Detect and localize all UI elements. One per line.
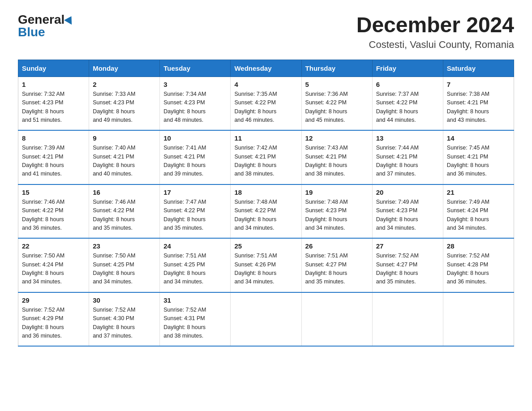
day-info: Sunrise: 7:41 AMSunset: 4:21 PMDaylight:… [163, 144, 227, 179]
day-number: 25 [234, 242, 297, 250]
day-number: 31 [163, 296, 227, 304]
calendar-cell [231, 292, 301, 347]
day-info: Sunrise: 7:37 AMSunset: 4:22 PMDaylight:… [376, 90, 439, 125]
day-number: 21 [447, 188, 510, 196]
calendar-week-row: 8 Sunrise: 7:39 AMSunset: 4:21 PMDayligh… [18, 130, 514, 184]
calendar-cell: 23 Sunrise: 7:50 AMSunset: 4:25 PMDaylig… [89, 238, 160, 292]
day-info: Sunrise: 7:52 AMSunset: 4:30 PMDaylight:… [93, 306, 156, 341]
calendar-week-row: 1 Sunrise: 7:32 AMSunset: 4:23 PMDayligh… [18, 77, 514, 130]
day-number: 10 [163, 134, 227, 142]
day-info: Sunrise: 7:44 AMSunset: 4:21 PMDaylight:… [376, 144, 439, 179]
day-info: Sunrise: 7:52 AMSunset: 4:28 PMDaylight:… [447, 252, 510, 287]
day-number: 3 [163, 81, 227, 88]
day-number: 9 [93, 134, 156, 142]
day-number: 14 [447, 134, 510, 142]
day-number: 17 [163, 188, 227, 196]
logo-arrow-icon [64, 15, 74, 25]
day-info: Sunrise: 7:39 AMSunset: 4:21 PMDaylight:… [22, 144, 85, 179]
day-info: Sunrise: 7:52 AMSunset: 4:29 PMDaylight:… [22, 306, 85, 341]
day-number: 15 [22, 188, 85, 196]
day-info: Sunrise: 7:42 AMSunset: 4:21 PMDaylight:… [234, 144, 297, 179]
calendar-cell: 17 Sunrise: 7:47 AMSunset: 4:22 PMDaylig… [160, 184, 231, 239]
day-number: 13 [376, 134, 439, 142]
day-number: 6 [376, 81, 439, 88]
calendar-header: SundayMondayTuesdayWednesdayThursdayFrid… [18, 60, 514, 77]
day-info: Sunrise: 7:47 AMSunset: 4:22 PMDaylight:… [163, 198, 227, 233]
day-number: 18 [234, 188, 297, 196]
day-number: 1 [22, 81, 85, 88]
calendar-cell: 21 Sunrise: 7:49 AMSunset: 4:24 PMDaylig… [443, 184, 514, 239]
day-number: 8 [22, 134, 85, 142]
day-number: 29 [22, 296, 85, 304]
day-number: 16 [93, 188, 156, 196]
calendar-cell [443, 292, 514, 347]
day-info: Sunrise: 7:40 AMSunset: 4:21 PMDaylight:… [93, 144, 156, 179]
weekday-header-thursday: Thursday [301, 60, 372, 77]
calendar-cell: 4 Sunrise: 7:35 AMSunset: 4:22 PMDayligh… [231, 77, 301, 130]
weekday-header-friday: Friday [372, 60, 443, 77]
weekday-header-wednesday: Wednesday [231, 60, 301, 77]
day-info: Sunrise: 7:52 AMSunset: 4:27 PMDaylight:… [376, 252, 439, 287]
calendar-cell: 19 Sunrise: 7:48 AMSunset: 4:23 PMDaylig… [301, 184, 372, 239]
day-info: Sunrise: 7:36 AMSunset: 4:22 PMDaylight:… [305, 90, 369, 125]
day-number: 28 [447, 242, 510, 250]
day-number: 2 [93, 81, 156, 88]
day-info: Sunrise: 7:45 AMSunset: 4:21 PMDaylight:… [447, 144, 510, 179]
calendar-cell: 8 Sunrise: 7:39 AMSunset: 4:21 PMDayligh… [18, 130, 89, 184]
day-number: 4 [234, 81, 297, 88]
day-number: 27 [376, 242, 439, 250]
calendar-cell: 11 Sunrise: 7:42 AMSunset: 4:21 PMDaylig… [231, 130, 301, 184]
day-number: 11 [234, 134, 297, 142]
calendar-cell: 24 Sunrise: 7:51 AMSunset: 4:25 PMDaylig… [160, 238, 231, 292]
calendar-cell: 7 Sunrise: 7:38 AMSunset: 4:21 PMDayligh… [443, 77, 514, 130]
svg-marker-0 [64, 15, 74, 25]
calendar-cell: 25 Sunrise: 7:51 AMSunset: 4:26 PMDaylig… [231, 238, 301, 292]
calendar-cell: 6 Sunrise: 7:37 AMSunset: 4:22 PMDayligh… [372, 77, 443, 130]
calendar-cell: 31 Sunrise: 7:52 AMSunset: 4:31 PMDaylig… [160, 292, 231, 347]
weekday-header-monday: Monday [89, 60, 160, 77]
day-info: Sunrise: 7:32 AMSunset: 4:23 PMDaylight:… [22, 90, 85, 125]
day-info: Sunrise: 7:34 AMSunset: 4:23 PMDaylight:… [163, 90, 227, 125]
day-info: Sunrise: 7:33 AMSunset: 4:23 PMDaylight:… [93, 90, 156, 125]
day-info: Sunrise: 7:49 AMSunset: 4:24 PMDaylight:… [447, 198, 510, 233]
calendar-cell: 14 Sunrise: 7:45 AMSunset: 4:21 PMDaylig… [443, 130, 514, 184]
day-info: Sunrise: 7:35 AMSunset: 4:22 PMDaylight:… [234, 90, 297, 125]
month-year-title: December 2024 [356, 13, 514, 37]
location-subtitle: Costesti, Vaslui County, Romania [356, 39, 514, 51]
calendar-cell: 20 Sunrise: 7:49 AMSunset: 4:23 PMDaylig… [372, 184, 443, 239]
calendar-cell: 2 Sunrise: 7:33 AMSunset: 4:23 PMDayligh… [89, 77, 160, 130]
day-info: Sunrise: 7:46 AMSunset: 4:22 PMDaylight:… [22, 198, 85, 233]
calendar-cell: 16 Sunrise: 7:46 AMSunset: 4:22 PMDaylig… [89, 184, 160, 239]
weekday-header-tuesday: Tuesday [160, 60, 231, 77]
day-info: Sunrise: 7:43 AMSunset: 4:21 PMDaylight:… [305, 144, 369, 179]
calendar-cell: 12 Sunrise: 7:43 AMSunset: 4:21 PMDaylig… [301, 130, 372, 184]
calendar-week-row: 29 Sunrise: 7:52 AMSunset: 4:29 PMDaylig… [18, 292, 514, 347]
day-info: Sunrise: 7:52 AMSunset: 4:31 PMDaylight:… [163, 306, 227, 341]
day-info: Sunrise: 7:49 AMSunset: 4:23 PMDaylight:… [376, 198, 439, 233]
logo-general-text: General [18, 13, 64, 26]
calendar-cell: 1 Sunrise: 7:32 AMSunset: 4:23 PMDayligh… [18, 77, 89, 130]
day-info: Sunrise: 7:50 AMSunset: 4:24 PMDaylight:… [22, 252, 85, 287]
day-number: 30 [93, 296, 156, 304]
day-info: Sunrise: 7:50 AMSunset: 4:25 PMDaylight:… [93, 252, 156, 287]
day-number: 24 [163, 242, 227, 250]
calendar-cell: 10 Sunrise: 7:41 AMSunset: 4:21 PMDaylig… [160, 130, 231, 184]
calendar-cell [301, 292, 372, 347]
day-info: Sunrise: 7:51 AMSunset: 4:27 PMDaylight:… [305, 252, 369, 287]
day-number: 23 [93, 242, 156, 250]
day-number: 7 [447, 81, 510, 88]
day-number: 5 [305, 81, 369, 88]
weekday-header-row: SundayMondayTuesdayWednesdayThursdayFrid… [18, 60, 514, 77]
calendar-cell: 18 Sunrise: 7:48 AMSunset: 4:22 PMDaylig… [231, 184, 301, 239]
logo: General Blue [18, 13, 74, 39]
calendar-table: SundayMondayTuesdayWednesdayThursdayFrid… [18, 60, 514, 347]
calendar-week-row: 22 Sunrise: 7:50 AMSunset: 4:24 PMDaylig… [18, 238, 514, 292]
day-number: 26 [305, 242, 369, 250]
day-info: Sunrise: 7:48 AMSunset: 4:23 PMDaylight:… [305, 198, 369, 233]
logo-blue-text: Blue [18, 26, 45, 39]
calendar-cell: 26 Sunrise: 7:51 AMSunset: 4:27 PMDaylig… [301, 238, 372, 292]
calendar-cell: 5 Sunrise: 7:36 AMSunset: 4:22 PMDayligh… [301, 77, 372, 130]
calendar-body: 1 Sunrise: 7:32 AMSunset: 4:23 PMDayligh… [18, 77, 514, 346]
weekday-header-sunday: Sunday [18, 60, 89, 77]
calendar-cell: 15 Sunrise: 7:46 AMSunset: 4:22 PMDaylig… [18, 184, 89, 239]
